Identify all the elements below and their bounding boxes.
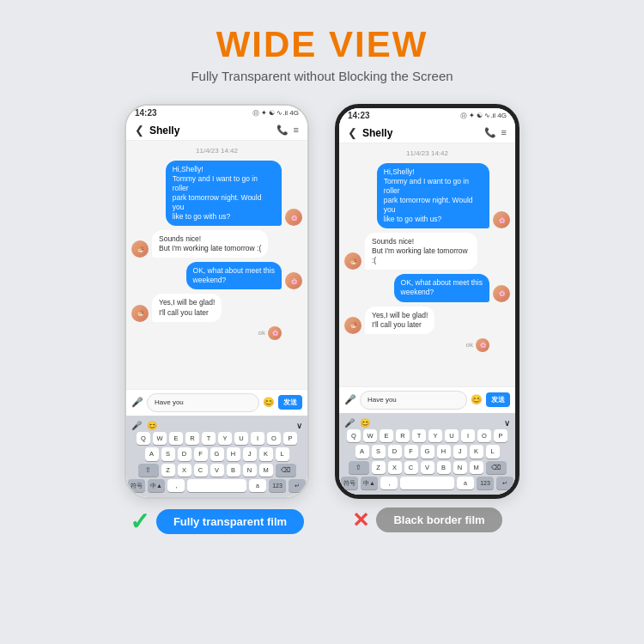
phone-transparent: 14:23㊐ ✦ ☯ ∿.il 4G❮Shelly📞≡11/4/23 14:42…: [125, 104, 309, 536]
phone-label-transparent: Fully transparent film: [156, 509, 304, 534]
phones-comparison: 14:23㊐ ✦ ☯ ∿.il 4G❮Shelly📞≡11/4/23 14:42…: [125, 104, 519, 536]
page-title: WIDE VIEW: [191, 24, 453, 65]
page-subtitle: Fully Transparent without Blocking the S…: [191, 69, 453, 83]
page-header: WIDE VIEW Fully Transparent without Bloc…: [191, 24, 453, 83]
checkmark-icon: ✓: [130, 507, 149, 536]
phone-black-border: 14:23㊐ ✦ ☯ ∿.il 4G❮Shelly📞≡11/4/23 14:42…: [335, 104, 519, 532]
phone-label-black-border: Black border film: [376, 507, 501, 532]
cross-icon: ✕: [352, 508, 369, 532]
